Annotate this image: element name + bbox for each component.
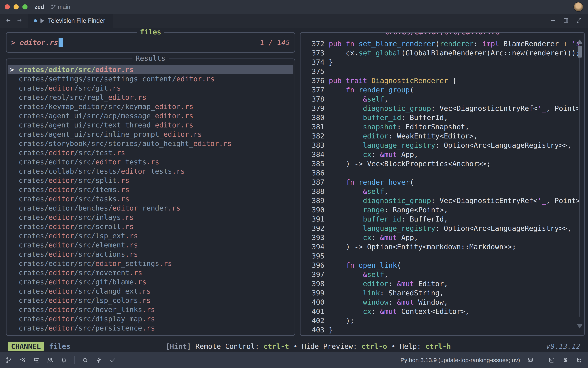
- code-line: 381 snapshot: EditorSnapshot,: [303, 122, 584, 131]
- code-line: 397 &self,: [303, 270, 584, 279]
- plus-icon: [550, 17, 556, 24]
- match-highlight: editor: [48, 287, 74, 295]
- result-row[interactable]: >crates/editor/src/display_map.rs: [8, 314, 294, 323]
- language-indicator[interactable]: Python 3.13.9 (update-top-ranking-issues…: [400, 357, 520, 363]
- code-line: 377 fn render_group(: [303, 85, 584, 94]
- scrollbar-track[interactable]: [579, 51, 580, 317]
- tab-television-file-finder[interactable]: Television File Finder: [28, 14, 114, 28]
- split-pane-button[interactable]: [563, 17, 569, 24]
- match-highlight: editor.rs: [155, 102, 193, 110]
- user-avatar[interactable]: [573, 2, 583, 12]
- minimize-window-button[interactable]: [14, 4, 19, 9]
- result-row[interactable]: >crates/editor/src/split.rs: [8, 176, 294, 185]
- keybinding: ctrl-h: [425, 342, 451, 350]
- maximize-pane-button[interactable]: [576, 17, 582, 24]
- divider: [541, 356, 541, 364]
- new-tab-button[interactable]: [550, 17, 556, 24]
- result-row[interactable]: >crates/editor/src/movement.rs: [8, 268, 294, 277]
- match-highlight: editor.rs: [95, 65, 134, 74]
- match-highlight: .rs: [117, 176, 130, 184]
- result-row[interactable]: >crates/collab/src/tests/editor_tests.rs: [8, 166, 294, 176]
- result-row[interactable]: >crates/editor/src/actions.rs: [8, 249, 294, 259]
- search-input-box[interactable]: files > editor.rs 1 / 145: [6, 32, 295, 53]
- path-text: crates/: [19, 149, 48, 157]
- match-highlight: .rs: [134, 278, 146, 286]
- selection-pointer: >: [10, 130, 19, 139]
- result-row[interactable]: >crates/editor/src/hover_links.rs: [8, 305, 294, 314]
- code-line: 403}: [303, 325, 584, 334]
- path-text: /src/git/blame: [74, 278, 134, 286]
- match-highlight: .rs: [142, 315, 155, 323]
- result-row[interactable]: >crates/agent_ui/src/inline_prompt_edito…: [8, 130, 294, 139]
- result-row[interactable]: >crates/settings/src/settings_content/ed…: [8, 74, 294, 83]
- scroll-up-icon[interactable]: [577, 39, 582, 44]
- path-text: crates/: [19, 241, 48, 249]
- scroll-down-icon[interactable]: [577, 324, 582, 329]
- nav-forward-button[interactable]: [17, 18, 22, 24]
- people-icon[interactable]: [47, 357, 53, 363]
- path-text: _settings: [121, 259, 159, 267]
- result-row[interactable]: >crates/editor/src/editor_settings.rs: [8, 259, 294, 268]
- result-row[interactable]: >crates/editor/src/items.rs: [8, 185, 294, 194]
- line-number: 374: [303, 57, 324, 67]
- match-highlight: .rs: [130, 269, 142, 277]
- tab-modified-dot: [34, 19, 37, 22]
- sparkles-icon[interactable]: [19, 357, 26, 363]
- result-row[interactable]: >crates/storybook/src/stories/auto_heigh…: [8, 139, 294, 148]
- keybinding: ctrl-o: [361, 342, 387, 350]
- result-row[interactable]: >crates/editor/src/lsp_colors.rs: [8, 296, 294, 305]
- match-highlight: .rs: [108, 84, 121, 92]
- scrollbar-thumb[interactable]: [578, 46, 582, 57]
- result-row-selected[interactable]: >crates/editor/src/editor.rs: [8, 65, 294, 74]
- zap-icon[interactable]: [95, 357, 102, 363]
- line-number: 399: [303, 288, 324, 297]
- result-row[interactable]: >crates/repl/src/repl_editor.rs: [8, 93, 294, 102]
- match-highlight: editor.rs: [176, 75, 215, 83]
- result-row[interactable]: >crates/keymap_editor/src/keymap_editor.…: [8, 102, 294, 111]
- result-row[interactable]: >crates/agent_ui/src/text_thread_editor.…: [8, 120, 294, 130]
- line-number: 393: [303, 233, 324, 242]
- result-row[interactable]: >crates/editor/src/persistence.rs: [8, 323, 294, 333]
- path-text: /src/persistence: [74, 324, 142, 332]
- divider: [74, 356, 75, 364]
- match-highlight: editor: [48, 324, 74, 332]
- bug-icon[interactable]: [562, 357, 569, 363]
- match-highlight: editor.rs: [155, 112, 193, 120]
- hint-text: • Help:: [387, 342, 425, 350]
- result-row[interactable]: >crates/agent_ui/src/acp/message_editor.…: [8, 111, 294, 120]
- path-text: crates/editor/src/: [19, 65, 95, 74]
- outline-icon[interactable]: [33, 357, 40, 363]
- close-window-button[interactable]: [5, 4, 10, 9]
- result-row[interactable]: >crates/editor/src/test.rs: [8, 148, 294, 157]
- preview-box: crates/editor/src/editor.rs 372pub fn se…: [300, 32, 585, 336]
- path-text: crates/: [19, 278, 48, 286]
- code-line: 375: [303, 67, 584, 76]
- terminal-icon[interactable]: [548, 357, 555, 363]
- bell-icon[interactable]: [60, 357, 67, 363]
- result-row[interactable]: >crates/editor/src/inlays.rs: [8, 213, 294, 222]
- zoom-window-button[interactable]: [22, 4, 28, 9]
- search-query-input[interactable]: editor.rs: [20, 38, 58, 46]
- match-highlight: editor: [112, 204, 138, 212]
- preview-scrollbar[interactable]: [577, 39, 582, 329]
- match-highlight: .rs: [142, 305, 155, 314]
- tui-status-line: CHANNEL files [Hint] Remote Control: ctr…: [0, 340, 588, 352]
- copilot-icon[interactable]: [527, 357, 534, 363]
- nav-back-button[interactable]: [6, 18, 11, 24]
- result-row[interactable]: >crates/editor/src/git/blame.rs: [8, 277, 294, 286]
- result-row[interactable]: >crates/editor/src/lsp_ext.rs: [8, 231, 294, 240]
- result-row[interactable]: >crates/editor/src/element.rs: [8, 240, 294, 249]
- layout-tree-icon[interactable]: [576, 357, 582, 363]
- result-row[interactable]: >crates/editor/src/clangd_ext.rs: [8, 286, 294, 296]
- result-row[interactable]: >crates/editor/src/git.rs: [8, 83, 294, 93]
- git-branch-icon[interactable]: [6, 357, 12, 363]
- check-icon[interactable]: [109, 357, 116, 363]
- result-row[interactable]: >crates/editor/src/tasks.rs: [8, 194, 294, 203]
- result-row[interactable]: >crates/editor/benches/editor_render.rs: [8, 203, 294, 213]
- result-row[interactable]: >crates/editor/src/editor_tests.rs: [8, 157, 294, 166]
- git-branch-selector[interactable]: main: [51, 4, 70, 10]
- line-number: 396: [303, 261, 324, 270]
- search-icon[interactable]: [82, 357, 88, 363]
- match-highlight: editor: [48, 269, 74, 277]
- result-row[interactable]: >crates/editor/src/scroll.rs: [8, 222, 294, 231]
